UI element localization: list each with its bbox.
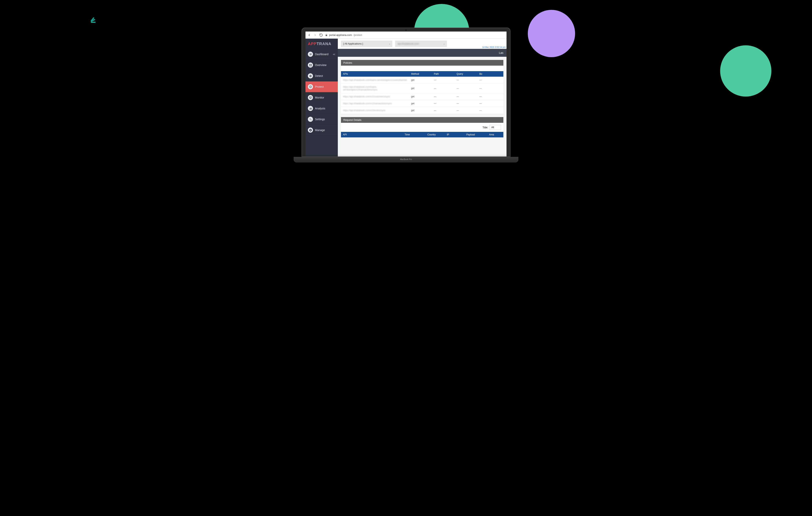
- browser-toolbar: portal.apptrana.com/protect: [306, 32, 506, 39]
- col-path: Path: [432, 71, 455, 77]
- reload-button[interactable]: [319, 33, 323, 37]
- application-selector[interactable]: [ All Applications ] ⌄: [341, 41, 392, 47]
- cell-api: https://api.khatabook.com/loans-service/…: [341, 77, 409, 84]
- col-apis: APIs: [341, 71, 409, 77]
- cell-query: ---: [455, 93, 477, 100]
- laptop-base: MacBook Pro: [294, 157, 518, 163]
- svg-rect-15: [311, 108, 312, 109]
- cell-path: ---: [432, 84, 455, 93]
- laptop-camera: [405, 30, 407, 31]
- col-method: Method: [409, 71, 432, 77]
- table-row[interactable]: https://api.khatabook.com/v2/books/syncg…: [341, 107, 503, 114]
- cell-query: ---: [455, 84, 477, 93]
- dropdown-value: [ All Applications ]: [343, 42, 363, 45]
- svg-rect-12: [310, 108, 310, 109]
- svg-rect-13: [310, 108, 311, 110]
- chart-icon: [308, 106, 313, 111]
- collapse-icon: ≪: [333, 53, 336, 56]
- monitor-icon: [308, 95, 313, 100]
- shield-icon: [308, 84, 313, 89]
- table-row[interactable]: https://api.khatabook.com/v1/transaction…: [341, 100, 503, 107]
- lock-icon: [325, 34, 327, 36]
- svg-point-0: [310, 53, 311, 54]
- col-ip: IP: [445, 132, 464, 137]
- cell-api: https://api.khatabook.com/v1/transaction…: [341, 100, 409, 107]
- sidebar-item-analysis[interactable]: Analysis: [306, 103, 338, 114]
- sidebar-item-monitor[interactable]: Monitor: [306, 92, 338, 103]
- cell-query: ---: [455, 107, 477, 114]
- col-api: API: [341, 132, 403, 137]
- svg-point-17: [311, 120, 311, 120]
- brand-logo: APPTRANA: [306, 39, 338, 49]
- col-query: Query: [455, 71, 477, 77]
- sidebar-item-label: Manage: [315, 128, 325, 132]
- sidebar-item-label: Settings: [315, 118, 325, 121]
- sidebar-item-label: Analysis: [315, 107, 325, 110]
- address-bar[interactable]: portal.apptrana.com/protect: [325, 33, 362, 36]
- decor-circle-purple: [528, 10, 575, 57]
- svg-rect-7: [311, 65, 311, 66]
- svg-rect-6: [309, 65, 310, 66]
- policies-panel: Policies APIs Method Path Query Bo: [341, 60, 503, 114]
- table-row[interactable]: https://api.khatabook.com/v1/customers/s…: [341, 93, 503, 100]
- cell-path: ---: [432, 107, 455, 114]
- cell-method: get: [409, 84, 432, 93]
- filter-row: Title:: [341, 123, 503, 132]
- cell-body: ---: [477, 107, 503, 114]
- url-path: /protect: [354, 33, 362, 36]
- sidebar-item-label: Dashboard: [315, 53, 328, 56]
- overview-icon: [308, 62, 313, 67]
- col-payload: Payload: [464, 132, 487, 137]
- svg-rect-3: [310, 55, 311, 55]
- gears-icon: [308, 117, 313, 122]
- timestamp: 14 Mar 2023 3:52:14 pm: [482, 46, 506, 48]
- table-row[interactable]: https://api.khatabook.com/loans-service/…: [341, 77, 503, 84]
- col-time: Time: [403, 132, 425, 137]
- cell-method: get: [409, 100, 432, 107]
- table-row[interactable]: https://api.khatabook.com/loans-service/…: [341, 84, 503, 93]
- brand-part1: APP: [308, 41, 317, 46]
- subheader: Las: [338, 49, 506, 57]
- url-host: portal.apptrana.com: [329, 33, 352, 36]
- topbar: [ All Applications ] ⌄ api.khatabook.com…: [338, 39, 506, 49]
- sidebar-item-label: Monitor: [315, 96, 324, 99]
- sidebar-item-detect[interactable]: Detect: [306, 70, 338, 81]
- policies-table: APIs Method Path Query Bo https://api.kh…: [341, 71, 503, 114]
- decor-sparkle: [89, 16, 94, 24]
- cell-method: get: [409, 107, 432, 114]
- cell-method: get: [409, 93, 432, 100]
- back-button[interactable]: [308, 33, 311, 37]
- dropdown-value: api.khatabook.com: [398, 42, 419, 45]
- sidebar-item-manage[interactable]: Manage: [306, 125, 338, 136]
- cell-body: ---: [477, 84, 503, 93]
- request-details-panel: Request Details Title: API Time: [341, 117, 503, 137]
- target-icon: [308, 73, 313, 79]
- sidebar-item-dashboard[interactable]: Dashboard ≪: [306, 49, 338, 60]
- svg-rect-2: [311, 54, 311, 54]
- svg-rect-4: [309, 64, 310, 65]
- forward-button[interactable]: [313, 33, 317, 37]
- sidebar-item-overview[interactable]: Overview: [306, 60, 338, 70]
- cell-method: get: [409, 77, 432, 84]
- decor-circle-green-right: [720, 45, 772, 96]
- main-content: [ All Applications ] ⌄ api.khatabook.com…: [338, 39, 506, 156]
- panel-title: Request Details: [341, 117, 503, 123]
- policies-tbody: https://api.khatabook.com/loans-service/…: [341, 77, 503, 114]
- chevron-down-icon: ⌄: [443, 42, 445, 45]
- sidebar: APPTRANA Dashboard ≪ Overview: [306, 39, 338, 156]
- cell-path: ---: [432, 93, 455, 100]
- dashboard-icon: [308, 52, 313, 57]
- title-filter-input[interactable]: [490, 125, 501, 130]
- laptop-mockup: portal.apptrana.com/protect APPTRANA Das…: [301, 28, 511, 163]
- col-area: Area: [487, 132, 503, 137]
- col-country: Country: [425, 132, 445, 137]
- cell-api: https://api.khatabook.com/v2/books/sync: [341, 107, 409, 114]
- sidebar-item-protect[interactable]: Protect: [306, 81, 338, 92]
- sidebar-item-settings[interactable]: Settings: [306, 114, 338, 125]
- request-details-table: API Time Country IP Payload Area: [341, 132, 503, 137]
- svg-rect-5: [311, 64, 311, 65]
- subheader-label: Las: [499, 51, 503, 54]
- svg-rect-14: [311, 108, 311, 109]
- context-selector[interactable]: api.khatabook.com ⌄: [395, 41, 446, 47]
- cell-query: ---: [455, 100, 477, 107]
